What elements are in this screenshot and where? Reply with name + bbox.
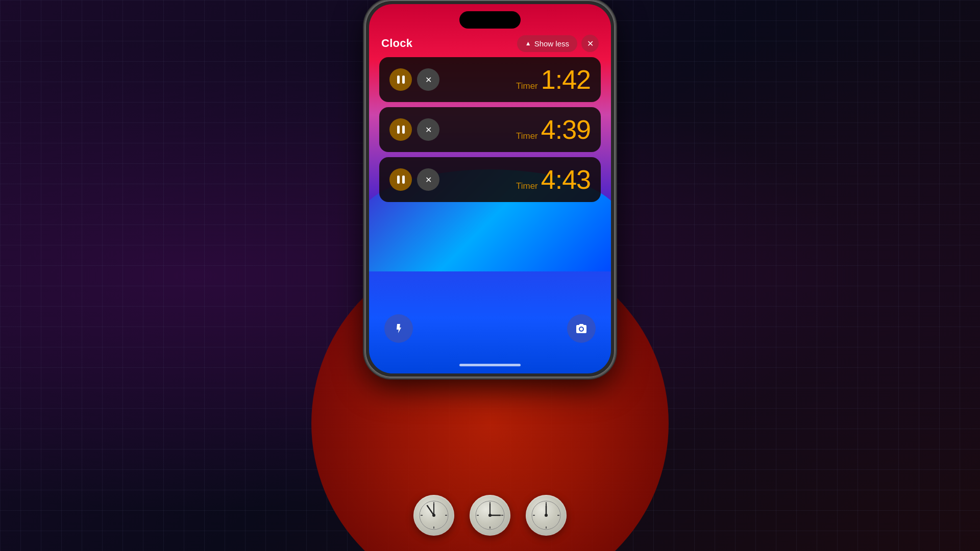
flashlight-button[interactable]	[384, 314, 413, 343]
camera-icon	[575, 322, 587, 335]
clock-icons-row	[413, 495, 567, 536]
timer-1-controls: ✕	[389, 68, 439, 91]
clock-face-3	[531, 500, 561, 531]
clock-icon-3	[526, 495, 567, 536]
timer-1-pause-button[interactable]	[389, 68, 412, 91]
svg-point-15	[488, 514, 492, 517]
timer-3-cancel-button[interactable]: ✕	[417, 168, 439, 191]
timer-row: ✕ Timer 1:42	[379, 57, 601, 102]
lock-screen-buttons	[384, 314, 596, 343]
timer-3-time: 4:43	[541, 166, 591, 193]
phone-screen: Clock ▲ Show less ✕	[369, 4, 611, 373]
svg-line-5	[427, 506, 434, 515]
timer-1-label: Timer	[516, 81, 538, 91]
clock-face-1	[419, 500, 449, 531]
close-icon: ✕	[587, 39, 594, 48]
svg-point-7	[432, 514, 435, 517]
home-indicator	[459, 364, 521, 366]
timer-2-controls: ✕	[389, 118, 439, 141]
timer-1-time: 1:42	[541, 66, 591, 93]
app-title: Clock	[381, 37, 412, 50]
clock-face-2	[475, 500, 505, 531]
timer-1-cancel-button[interactable]: ✕	[417, 68, 439, 91]
timer-3-label: Timer	[516, 181, 538, 191]
timer-2-pause-button[interactable]	[389, 118, 412, 141]
timer-row: ✕ Timer 4:43	[379, 157, 601, 202]
dynamic-island	[459, 11, 521, 29]
timer-1-display: Timer 1:42	[439, 66, 591, 93]
clock-icon-1	[413, 495, 454, 536]
header-buttons: ▲ Show less ✕	[517, 35, 599, 52]
phone-wrapper: Clock ▲ Show less ✕	[362, 0, 618, 383]
cancel-icon: ✕	[425, 125, 432, 135]
chevron-up-icon: ▲	[525, 40, 531, 47]
timer-2-cancel-button[interactable]: ✕	[417, 118, 439, 141]
notification-area: Clock ▲ Show less ✕	[379, 35, 601, 207]
close-notification-button[interactable]: ✕	[581, 35, 599, 52]
svg-point-23	[545, 514, 548, 517]
timer-2-label: Timer	[516, 131, 538, 141]
show-less-button[interactable]: ▲ Show less	[517, 35, 577, 52]
cancel-icon: ✕	[425, 175, 432, 185]
pause-icon	[397, 176, 405, 184]
phone-frame: Clock ▲ Show less ✕	[365, 0, 615, 378]
timer-3-pause-button[interactable]	[389, 168, 412, 191]
clock-header: Clock ▲ Show less ✕	[379, 35, 601, 52]
timer-row: ✕ Timer 4:39	[379, 107, 601, 152]
pause-icon	[397, 126, 405, 134]
timer-2-time: 4:39	[541, 116, 591, 143]
show-less-label: Show less	[534, 39, 569, 48]
timer-2-display: Timer 4:39	[439, 116, 591, 143]
camera-button[interactable]	[567, 314, 596, 343]
pause-icon	[397, 76, 405, 84]
cancel-icon: ✕	[425, 75, 432, 85]
timer-3-display: Timer 4:43	[439, 166, 591, 193]
flashlight-icon	[393, 323, 404, 334]
clock-icon-2	[470, 495, 510, 536]
timer-3-controls: ✕	[389, 168, 439, 191]
